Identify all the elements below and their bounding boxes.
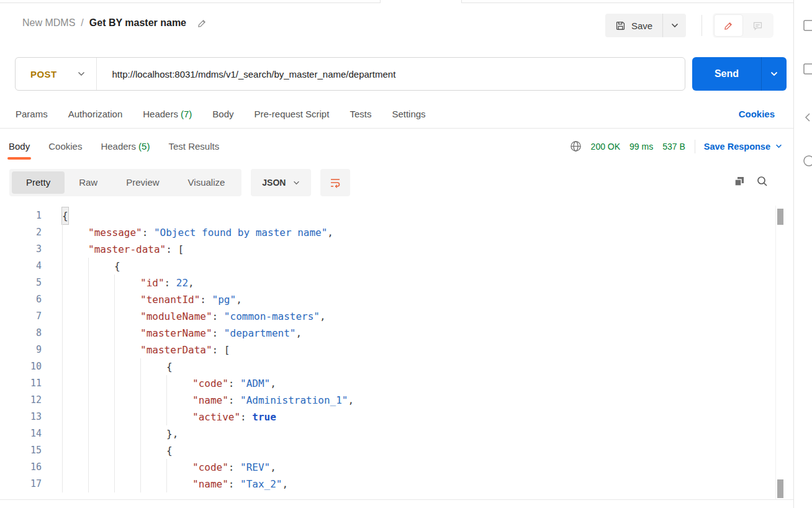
scrollbar-thumb[interactable] [777,209,783,225]
view-mode-raw[interactable]: Raw [65,171,112,194]
indent-guide [88,342,114,358]
view-mode-pretty[interactable]: Pretty [12,171,65,194]
mode-toggle-group [713,13,774,38]
code-line: 15{ [0,442,775,459]
line-number: 17 [0,476,42,492]
indent-guide [88,392,114,409]
response-tab-headers[interactable]: Headers(5) [101,132,150,161]
breadcrumb-separator: / [81,17,83,29]
view-mode-visualize[interactable]: Visualize [174,171,240,194]
indent-guide [62,409,88,425]
indent-guide [62,375,88,392]
code-line: 8"masterName": "department", [0,325,775,342]
response-headers-count-badge: (5) [138,141,150,152]
indent-guide [140,358,166,375]
response-tab-body[interactable]: Body [9,132,30,161]
indent-guide [62,342,88,358]
indent-guide [114,476,140,492]
indent-guide [88,258,114,274]
line-number: 15 [0,442,42,459]
indent-guide [62,224,88,241]
request-tab-settings[interactable]: Settings [392,109,425,119]
save-response-button[interactable]: Save Response [699,142,782,152]
globe-icon[interactable] [570,140,582,152]
code-line: 17"name": "Tax_2", [0,476,775,492]
code-line: 14}, [0,425,775,442]
indent-guide [88,308,114,325]
indent-guide [140,409,166,425]
view-mode-preview[interactable]: Preview [112,171,173,194]
request-tab-params[interactable]: Params [16,109,48,119]
line-number: 14 [0,425,42,442]
line-number: 6 [0,291,42,308]
line-number: 7 [0,308,42,325]
response-pane-bottom-border [0,499,793,500]
indent-guide [88,325,114,342]
response-header: Body Cookies Headers(5) Test Results 200… [0,132,793,161]
help-icon[interactable] [803,155,812,167]
code-line: 5"id": 22, [0,274,775,291]
method-selector[interactable]: POST [16,69,96,79]
comments-panel-icon[interactable] [803,63,812,75]
line-number: 12 [0,392,42,409]
chevron-down-icon [293,181,300,185]
workspace-tab-strip [0,0,793,3]
scrollbar-thumb[interactable] [777,479,783,498]
response-body-code[interactable]: 1{2"message": "Object found by master na… [0,206,775,499]
cookies-link[interactable]: Cookies [739,99,775,129]
indent-guide [114,442,140,459]
indent-guide [62,392,88,409]
active-tab-underline [7,157,31,160]
response-tab-test-results[interactable]: Test Results [168,132,219,161]
indent-guide [62,274,88,291]
line-number: 1 [0,207,42,224]
response-time[interactable]: 99 ms [629,142,653,152]
request-tab-pre-request-script[interactable]: Pre-request Script [255,109,330,119]
floppy-disk-icon [615,20,626,31]
save-button-label: Save [631,20,652,31]
breadcrumb-collection[interactable]: New MDMS [22,17,75,29]
send-options-button[interactable] [761,57,787,91]
indent-guide [62,358,88,375]
code-line: 1{ [0,207,775,224]
breadcrumb-request-name[interactable]: Get BY master name [89,17,186,29]
language-selector[interactable]: JSON [251,169,311,196]
edit-request-name-button[interactable] [197,18,207,29]
wrap-lines-button[interactable] [320,169,350,196]
documentation-icon[interactable] [803,19,812,32]
tab-strip-border [461,2,793,3]
edit-mode-button[interactable] [715,15,742,36]
comments-button[interactable] [744,15,772,36]
line-number: 13 [0,409,42,425]
request-tab-authorization[interactable]: Authorization [68,109,123,119]
chevron-left-icon[interactable] [803,111,812,124]
comment-icon [752,20,763,31]
line-number: 16 [0,459,42,476]
code-line: 3"master-data": [ [0,241,775,258]
response-tab-cookies[interactable]: Cookies [48,132,82,161]
indent-guide [114,459,140,476]
url-input[interactable] [112,69,677,79]
copy-icon[interactable] [733,175,746,188]
indent-guide [114,342,140,358]
response-size[interactable]: 537 B [662,142,685,152]
response-tab-bar: Body Cookies Headers(5) Test Results [0,132,238,161]
language-label: JSON [262,178,286,188]
search-icon[interactable] [756,175,769,188]
chevron-down-icon [775,144,782,148]
pencil-icon [197,18,207,29]
request-tab-body[interactable]: Body [212,109,233,119]
request-tab-tests[interactable]: Tests [350,109,371,119]
line-number: 4 [0,258,42,274]
request-tab-bar: Params Authorization Headers(7) Body Pre… [0,99,793,129]
save-button[interactable]: Save [605,14,662,37]
request-tab-headers[interactable]: Headers(7) [143,109,192,119]
status-badge[interactable]: 200 OK [591,142,620,152]
save-options-button[interactable] [662,14,686,37]
send-button[interactable]: Send [692,57,761,91]
indent-guide [88,442,114,459]
code-scroll-track [775,206,776,499]
chevron-down-icon [671,23,679,28]
breadcrumb: New MDMS / Get BY master name [22,17,207,29]
indent-guide [166,409,192,425]
